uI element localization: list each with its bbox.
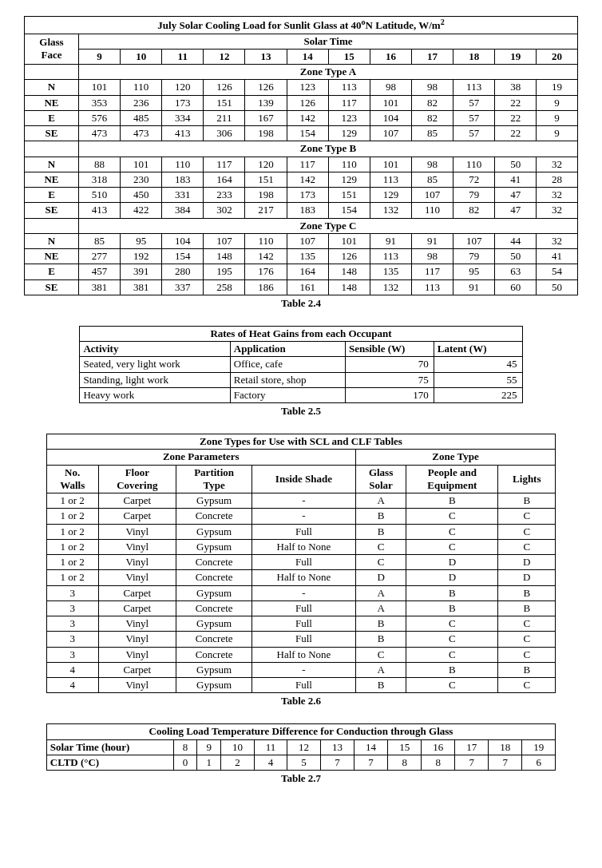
data-cell: Vinyl <box>98 555 176 570</box>
hour-cell: 17 <box>411 49 453 64</box>
data-cell: C <box>355 647 406 662</box>
data-cell: - <box>252 585 356 600</box>
data-cell: 17 <box>455 739 489 755</box>
data-cell: C <box>498 509 556 524</box>
data-cell: 6 <box>522 755 556 770</box>
data-cell: 107 <box>370 126 411 141</box>
data-cell: 148 <box>328 264 370 279</box>
t24-title-exp: 2 <box>441 18 445 26</box>
t26-h-floor: FloorCovering <box>98 465 176 493</box>
data-cell: Carpet <box>98 600 176 616</box>
data-cell: B <box>355 616 406 632</box>
data-cell: Gypsum <box>176 539 252 554</box>
hour-cell: 14 <box>287 49 328 64</box>
face-cell: NE <box>25 172 79 187</box>
data-cell: 15 <box>388 739 422 755</box>
hour-cell: 18 <box>453 49 495 64</box>
table-2-4: July Solar Cooling Load for Sunlit Glass… <box>24 16 578 295</box>
data-cell: Concrete <box>176 632 252 647</box>
t26-h-walls: No.Walls <box>46 465 98 493</box>
data-cell: 9 <box>537 95 578 110</box>
t24-hours-row: 9 10 11 12 13 14 15 16 17 18 19 20 <box>25 49 578 64</box>
data-cell: 510 <box>78 188 120 203</box>
data-cell: 120 <box>245 157 287 172</box>
data-cell: 306 <box>204 126 245 141</box>
data-cell: 32 <box>537 157 578 172</box>
table-row: 3VinylGypsumFullBCC <box>46 616 555 632</box>
data-cell: Vinyl <box>98 539 176 554</box>
data-cell: Seated, very light work <box>80 357 230 372</box>
data-cell: D <box>406 555 498 570</box>
data-cell: 98 <box>411 80 453 95</box>
data-cell: 10 <box>220 739 254 755</box>
data-cell: 91 <box>453 279 495 295</box>
t26-group1: Zone Parameters <box>46 450 355 465</box>
data-cell: 107 <box>453 233 495 248</box>
data-cell: Concrete <box>176 570 252 585</box>
data-cell: B <box>406 600 498 616</box>
data-cell: 18 <box>489 739 522 755</box>
t24-glass-h1: Glass <box>39 36 63 48</box>
t26-h-lights: Lights <box>498 465 556 493</box>
data-cell: 233 <box>204 188 245 203</box>
data-cell: C <box>406 539 498 554</box>
data-cell: 117 <box>287 157 328 172</box>
data-cell: 117 <box>204 157 245 172</box>
t24-glassface-header: Glass Face <box>25 34 79 65</box>
data-cell: 107 <box>411 188 453 203</box>
data-cell: 82 <box>411 110 453 125</box>
data-cell: 82 <box>453 203 495 218</box>
data-cell: 12 <box>287 739 321 755</box>
t25-h-sensible: Sensible (W) <box>345 342 434 357</box>
data-cell: Gypsum <box>176 678 252 693</box>
face-cell: N <box>25 80 79 95</box>
data-cell: 126 <box>287 95 328 110</box>
table-row: NE3532361731511391261171018257229 <box>25 95 578 110</box>
face-cell: N <box>25 233 79 248</box>
data-cell: 7 <box>455 755 489 770</box>
hour-cell: 15 <box>328 49 370 64</box>
t26-group2: Zone Type <box>355 450 555 465</box>
data-cell: 4 <box>254 755 287 770</box>
data-cell: 1 or 2 <box>46 524 98 539</box>
data-cell: 450 <box>121 188 162 203</box>
data-cell: Gypsum <box>176 493 252 509</box>
table-row: SE381381337258186161148132113916050 <box>25 279 578 295</box>
hour-cell: 19 <box>495 49 537 64</box>
data-cell: 148 <box>204 249 245 264</box>
data-cell: Vinyl <box>98 524 176 539</box>
data-cell: 110 <box>328 157 370 172</box>
data-cell: Gypsum <box>176 616 252 632</box>
data-cell: 473 <box>121 126 162 141</box>
data-cell: 1 or 2 <box>46 509 98 524</box>
table-row: E5764853342111671421231048257229 <box>25 110 578 125</box>
t24-caption: Table 2.4 <box>24 297 578 310</box>
t24-zoneA-spacer <box>25 65 79 80</box>
data-cell: 98 <box>411 157 453 172</box>
data-cell: 110 <box>121 80 162 95</box>
data-cell: 50 <box>537 279 578 295</box>
data-cell: 41 <box>495 172 537 187</box>
data-cell: 7 <box>321 755 354 770</box>
data-cell: 47 <box>495 188 537 203</box>
face-cell: NE <box>25 249 79 264</box>
hour-cell: 12 <box>204 49 245 64</box>
data-cell: 57 <box>453 110 495 125</box>
data-cell: Standing, light work <box>80 372 230 387</box>
hour-cell: 10 <box>121 49 162 64</box>
data-cell: Carpet <box>98 509 176 524</box>
data-cell: Office, cafe <box>230 357 345 372</box>
data-cell: Full <box>252 616 356 632</box>
data-cell: 14 <box>354 739 388 755</box>
data-cell: 142 <box>287 110 328 125</box>
table-row: 4VinylGypsumFullBCC <box>46 678 555 693</box>
table-row: 4CarpetGypsum-ABB <box>46 662 555 677</box>
t26-h-no: No. <box>65 466 80 478</box>
data-cell: 110 <box>245 233 287 248</box>
data-cell: C <box>406 524 498 539</box>
data-cell: B <box>498 493 556 509</box>
data-cell: 126 <box>245 80 287 95</box>
t27-title: Cooling Load Temperature Difference for … <box>46 724 555 739</box>
face-cell: NE <box>25 95 79 110</box>
data-cell: 142 <box>245 249 287 264</box>
